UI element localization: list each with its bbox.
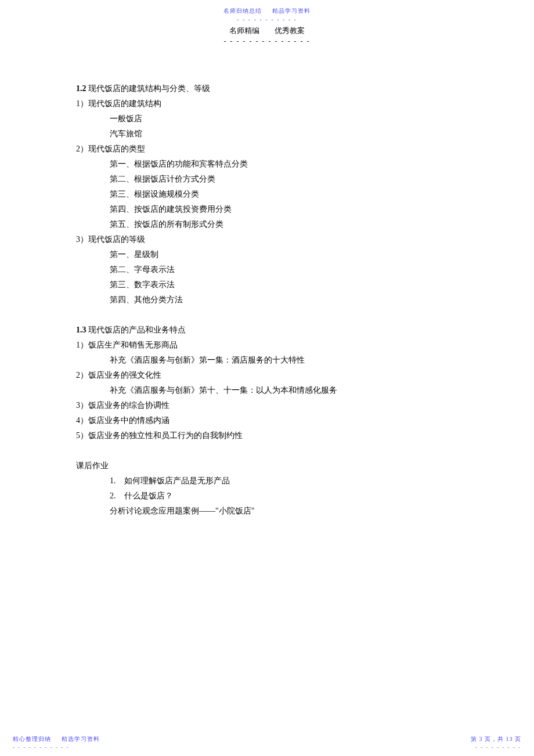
page-suffix: 页 [513,736,522,742]
sub-dashline: - - - - - - - - - - - - - - [0,37,534,46]
page-mid: 页，共 [483,736,506,742]
line-item: 补充《酒店服务与创新》第一集：酒店服务的十大特性 [76,353,459,368]
line-item: 2）现代饭店的类型 [76,142,459,157]
line-item: 3）现代饭店的等级 [76,232,459,247]
section-num: 1.2 [76,84,86,93]
sub-header-left: 名师精编 [229,26,259,35]
footer-left-dash: - - - - - - - - - - - [13,744,100,750]
line-item: 3）饭店业务的综合协调性 [76,398,459,413]
line-item: 补充《酒店服务与创新》第十、十一集：以人为本和情感化服务 [76,383,459,398]
line-item: 4）饭店业务中的情感内涵 [76,413,459,428]
line-item: 第二、字母表示法 [76,262,459,277]
line-item: 第一、根据饭店的功能和宾客特点分类 [76,157,459,172]
line-item: 第三、数字表示法 [76,277,459,292]
top-watermark-left: 名师归纳总结 [223,8,262,14]
sub-header: 名师精编 优秀教案 - - - - - - - - - - - - - - [0,26,534,46]
line-item: 1）现代饭店的建筑结构 [76,96,459,111]
homework-item: 1. 如何理解饭店产品是无形产品 [76,473,459,489]
homework-item: 2. 什么是饭店？ [76,489,459,504]
footer-right-dash: - - - - - - - - - [471,744,521,750]
top-watermark: 名师归纳总结 精品学习资料 - - - - - - - - - - - [0,7,534,23]
page-total: 13 [506,736,513,742]
line-item: 1）饭店生产和销售无形商品 [76,338,459,353]
line-item: 第二、根据饭店计价方式分类 [76,172,459,187]
footer-left: 精心整理归纳 精选学习资料 - - - - - - - - - - - [13,735,100,750]
sub-header-right: 优秀教案 [275,26,305,35]
section-num: 1.3 [76,325,86,334]
spacer [76,443,459,458]
page-prefix: 第 [471,736,479,742]
line-item: 第四、按饭店的建筑投资费用分类 [76,202,459,217]
top-dashline: - - - - - - - - - - - [0,16,534,23]
section-1-3-heading: 1.3 现代饭店的产品和业务特点 [76,323,459,338]
homework-item: 分析讨论观念应用题案例——"小院饭店" [76,504,459,519]
section-title: 现代饭店的建筑结构与分类、等级 [86,84,211,93]
line-item: 第四、其他分类方法 [76,292,459,308]
footer-left-b: 精选学习资料 [62,736,100,742]
line-item: 一般饭店 [76,111,459,126]
spacer [76,308,459,323]
line-item: 第三、根据设施规模分类 [76,187,459,202]
section-title: 现代饭店的产品和业务特点 [86,325,186,334]
footer-right: 第 3 页，共 13 页 - - - - - - - - - [471,735,521,750]
line-item: 汽车旅馆 [76,126,459,142]
section-1-2-heading: 1.2 现代饭店的建筑结构与分类、等级 [76,81,459,96]
footer-left-a: 精心整理归纳 [13,736,51,742]
line-item: 第一、星级制 [76,247,459,262]
line-item: 第五、按饭店的所有制形式分类 [76,217,459,232]
line-item: 2）饭店业务的强文化性 [76,368,459,383]
document-body: 1.2 现代饭店的建筑结构与分类、等级 1）现代饭店的建筑结构 一般饭店 汽车旅… [76,81,459,519]
homework-title: 课后作业 [76,458,459,473]
top-watermark-right: 精品学习资料 [272,8,311,14]
line-item: 5）饭店业务的独立性和员工行为的自我制约性 [76,428,459,443]
